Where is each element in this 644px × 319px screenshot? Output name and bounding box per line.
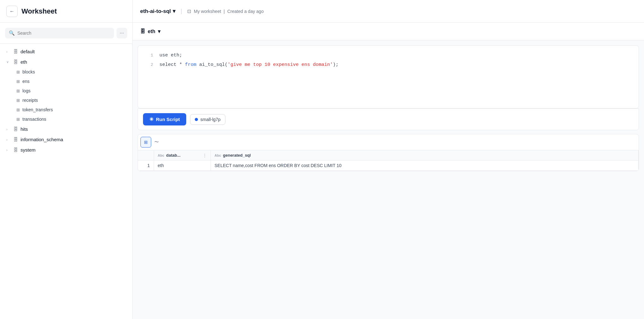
table-icon: ⊞ bbox=[16, 107, 20, 112]
instance-label: small-lg7p bbox=[200, 117, 221, 122]
results-area: ⊞ 〜 Abc datab... ⋮ bbox=[138, 134, 639, 171]
table-row: 1 eth SELECT name,cost FROM ens ORDER BY… bbox=[138, 160, 639, 171]
table-icon: ⊞ bbox=[16, 89, 20, 93]
back-button[interactable]: ← bbox=[6, 6, 18, 17]
code-line-2: 2 select * from ai_to_sql( 'give me top … bbox=[138, 60, 639, 70]
action-bar: ✳ Run Script small-lg7p bbox=[138, 108, 639, 130]
code-keyword: select bbox=[159, 60, 176, 70]
code-string: 'give me top 10 expensive ens domain' bbox=[228, 60, 333, 70]
worksheet-meta-icon: ⊡ bbox=[187, 9, 191, 14]
chevron-down-icon: ∨ bbox=[6, 60, 11, 64]
chevron-right-icon: › bbox=[6, 50, 11, 54]
abc-badge: Abc bbox=[215, 154, 221, 157]
topbar: eth-ai-to-sql ▾ | ⊡ My worksheet | Creat… bbox=[133, 0, 644, 23]
col-header-rownum bbox=[138, 150, 154, 160]
database-icon: 🗄 bbox=[140, 29, 145, 34]
tree-list: › 🗄 default ∨ 🗄 eth ⊞ blocks ⊞ ens ⊞ log… bbox=[0, 44, 132, 319]
col-label: datab... bbox=[166, 153, 181, 158]
line-number: 2 bbox=[143, 61, 153, 69]
sidebar-item-label: eth bbox=[21, 59, 27, 65]
chevron-down-icon: ▾ bbox=[173, 8, 176, 14]
sidebar-item-default[interactable]: › 🗄 default bbox=[0, 46, 132, 57]
run-label: Run Script bbox=[156, 117, 180, 122]
database-icon: 🗄 bbox=[13, 137, 18, 142]
table-label: token_transfers bbox=[22, 107, 53, 112]
database-icon: 🗄 bbox=[13, 59, 18, 65]
sidebar-item-transactions[interactable]: ⊞ transactions bbox=[0, 114, 132, 124]
results-toolbar: ⊞ 〜 bbox=[138, 134, 639, 150]
back-icon: ← bbox=[9, 9, 15, 14]
chevron-down-icon: ▾ bbox=[158, 28, 160, 34]
database-icon: 🗄 bbox=[13, 147, 18, 153]
table-icon: ⊞ bbox=[16, 117, 20, 122]
search-icon: 🔍 bbox=[9, 30, 15, 36]
col-more-icon[interactable]: ⋮ bbox=[203, 153, 207, 158]
sidebar-item-system[interactable]: › 🗄 system bbox=[0, 145, 132, 155]
sidebar-item-label: hits bbox=[21, 126, 28, 132]
search-bar: 🔍 ··· bbox=[0, 23, 132, 44]
more-icon: ··· bbox=[120, 30, 124, 36]
table-label: transactions bbox=[22, 117, 46, 122]
wave-icon: 〜 bbox=[154, 139, 159, 145]
table-label: ens bbox=[22, 79, 30, 84]
db-bar: 🗄 eth ▾ bbox=[133, 23, 644, 40]
sidebar-header: ← Worksheet bbox=[0, 0, 132, 23]
sidebar-item-token-transfers[interactable]: ⊞ token_transfers bbox=[0, 105, 132, 114]
wave-view-button[interactable]: 〜 bbox=[151, 137, 162, 148]
run-icon: ✳ bbox=[149, 116, 153, 122]
table-label: logs bbox=[22, 88, 31, 93]
table-icon: ⊞ bbox=[16, 98, 20, 103]
line-number: 1 bbox=[143, 51, 153, 60]
code-text: ai_to_sql( bbox=[196, 60, 228, 70]
row-number: 1 bbox=[138, 160, 154, 171]
instance-button[interactable]: small-lg7p bbox=[190, 114, 225, 125]
sidebar-item-blocks[interactable]: ⊞ blocks bbox=[0, 67, 132, 77]
sidebar-item-hits[interactable]: › 🗄 hits bbox=[0, 124, 132, 134]
db-name: eth bbox=[148, 29, 155, 34]
col-header-generated-sql: Abc generated_sql bbox=[211, 150, 639, 160]
meta-separator: | bbox=[224, 9, 225, 14]
sidebar: ← Worksheet 🔍 ··· › 🗄 default ∨ 🗄 eth ⊞ … bbox=[0, 0, 133, 319]
run-script-button[interactable]: ✳ Run Script bbox=[143, 113, 186, 125]
worksheet-name[interactable]: eth-ai-to-sql ▾ bbox=[140, 8, 176, 14]
table-icon: ⊞ bbox=[16, 70, 20, 74]
more-options-button[interactable]: ··· bbox=[116, 28, 127, 38]
col-header-database: Abc datab... ⋮ bbox=[154, 150, 211, 160]
grid-view-button[interactable]: ⊞ bbox=[140, 137, 151, 148]
code-text: use eth; bbox=[159, 51, 182, 60]
sidebar-item-information-schema[interactable]: › 🗄 information_schema bbox=[0, 134, 132, 145]
sidebar-item-eth[interactable]: ∨ 🗄 eth bbox=[0, 57, 132, 67]
abc-badge: Abc bbox=[158, 154, 164, 157]
chevron-right-icon: › bbox=[6, 148, 11, 152]
editor-area[interactable]: 1 use eth; 2 select * from ai_to_sql( 'g… bbox=[138, 45, 639, 108]
cell-database: eth bbox=[154, 160, 211, 171]
sidebar-item-receipts[interactable]: ⊞ receipts bbox=[0, 96, 132, 105]
search-input[interactable] bbox=[17, 31, 110, 36]
sidebar-item-label: system bbox=[21, 147, 36, 153]
search-input-wrap: 🔍 bbox=[5, 28, 114, 38]
table-label: blocks bbox=[22, 69, 35, 74]
code-text: ); bbox=[333, 60, 338, 70]
created-label: Created a day ago bbox=[227, 9, 264, 14]
db-selector[interactable]: 🗄 eth ▾ bbox=[140, 28, 160, 34]
code-text: * bbox=[176, 60, 185, 70]
code-line-1: 1 use eth; bbox=[138, 51, 639, 60]
worksheet-meta: ⊡ My worksheet | Created a day ago bbox=[187, 9, 264, 14]
worksheet-name-text: eth-ai-to-sql bbox=[140, 8, 171, 14]
sidebar-item-label: information_schema bbox=[21, 137, 63, 142]
code-function: from bbox=[185, 60, 196, 70]
database-icon: 🗄 bbox=[13, 126, 18, 132]
instance-icon bbox=[195, 117, 198, 122]
my-worksheet-label: My worksheet bbox=[194, 9, 221, 14]
sidebar-item-label: default bbox=[21, 49, 35, 54]
cell-generated-sql: SELECT name,cost FROM ens ORDER BY cost … bbox=[211, 160, 639, 171]
sidebar-item-logs[interactable]: ⊞ logs bbox=[0, 86, 132, 96]
chevron-right-icon: › bbox=[6, 138, 11, 142]
chevron-right-icon: › bbox=[6, 127, 11, 131]
col-label: generated_sql bbox=[223, 153, 251, 158]
divider: | bbox=[181, 8, 182, 14]
main-content: eth-ai-to-sql ▾ | ⊡ My worksheet | Creat… bbox=[133, 0, 644, 319]
table-icon: ⊞ bbox=[16, 79, 20, 84]
database-icon: 🗄 bbox=[13, 49, 18, 54]
sidebar-item-ens[interactable]: ⊞ ens bbox=[0, 77, 132, 86]
